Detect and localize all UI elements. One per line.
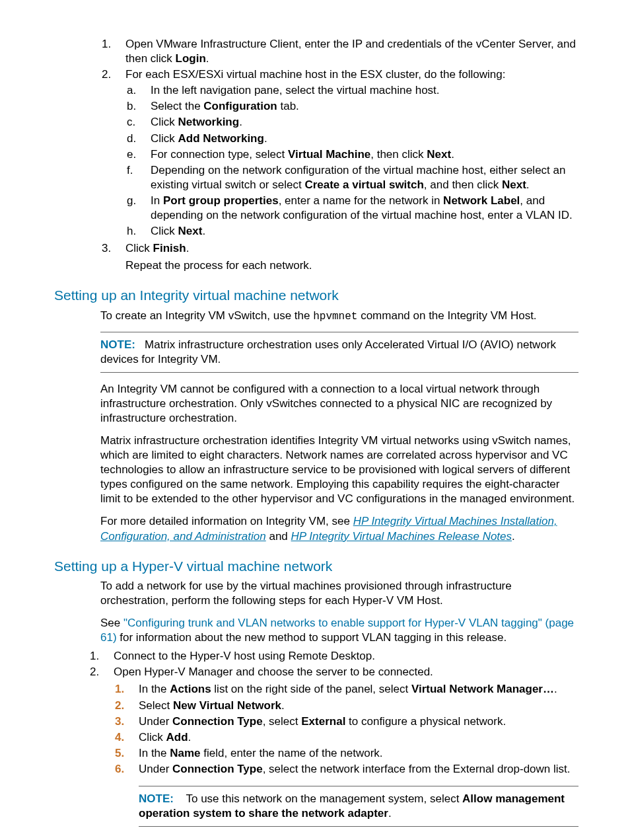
step-text: Open VMware Infrastructure Client, enter… [125,37,578,66]
substep-4: 4.Click Add. [114,730,578,745]
substep-2: 2.Select New Virtual Network. [114,699,578,713]
intro-paragraph: To create an Integrity VM vSwitch, use t… [100,309,578,324]
substep-3: 3.Under Connection Type, select External… [114,714,578,729]
step-number: 2. [100,67,125,240]
paragraph: See "Configuring trunk and VLAN networks… [100,616,578,645]
section-body-hyperv: To add a network for use by the virtual … [100,579,578,840]
substep-g: g.In Port group properties, enter a name… [125,194,578,223]
vmware-steps: 1. Open VMware Infrastructure Client, en… [100,37,578,273]
step-3: 3. Click Finish. Repeat the process for … [100,241,578,273]
step-number: 3. [100,241,125,273]
paragraph: Matrix infrastructure orchestration iden… [100,434,578,506]
note-box: NOTE: Matrix infrastructure orchestratio… [100,332,578,373]
substep-6: 6. Under Connection Type, select the net… [114,762,578,836]
substep-b: b.Select the Configuration tab. [125,99,578,114]
note-label: NOTE: [139,792,174,805]
paragraph: To add a network for use by the virtual … [100,579,578,608]
doc-link-release-notes[interactable]: HP Integrity Virtual Machines Release No… [291,530,512,543]
section-heading-integrity: Setting up an Integrity virtual machine … [54,286,578,304]
section-heading-hyperv: Setting up a Hyper-V virtual machine net… [54,557,578,575]
paragraph: An Integrity VM cannot be configured wit… [100,382,578,426]
section-body-integrity: To create an Integrity VM vSwitch, use t… [100,309,578,544]
step-number: 1. [100,37,125,66]
substeps: a.In the left navigation pane, select th… [125,83,578,239]
step-text: For each ESX/ESXi virtual machine host i… [125,67,578,240]
substep-e: e.For connection type, select Virtual Ma… [125,147,578,162]
substep-d: d.Click Add Networking. [125,132,578,146]
hyperv-substeps: 1.In the Actions list on the right side … [114,682,578,840]
substep-5: 5.In the Name field, enter the name of t… [114,746,578,761]
substep-7: 7.Select OK. [114,837,578,840]
step-note: Repeat the process for each network. [125,258,578,273]
substep-h: h.Click Next. [125,224,578,239]
substep-f: f.Depending on the network configuration… [125,163,578,192]
substep-a: a.In the left navigation pane, select th… [125,83,578,98]
step-2: 2. Open Hyper-V Manager and choose the s… [88,665,578,840]
paragraph: For more detailed information on Integri… [100,514,578,543]
note-text: Matrix infrastructure orchestration uses… [100,338,556,365]
command-code: hpvmnet [313,311,357,323]
step-1: 1.Connect to the Hyper-V host using Remo… [88,649,578,664]
note-label: NOTE: [100,338,135,351]
step-text: Click Finish. Repeat the process for eac… [125,241,578,273]
hyperv-steps: 1.Connect to the Hyper-V host using Remo… [88,649,578,840]
step-2: 2. For each ESX/ESXi virtual machine hos… [100,67,578,240]
substep-1: 1.In the Actions list on the right side … [114,682,578,697]
step-1: 1. Open VMware Infrastructure Client, en… [100,37,578,66]
substep-c: c.Click Networking. [125,115,578,130]
note-box: NOTE: To use this network on the managem… [139,786,578,827]
